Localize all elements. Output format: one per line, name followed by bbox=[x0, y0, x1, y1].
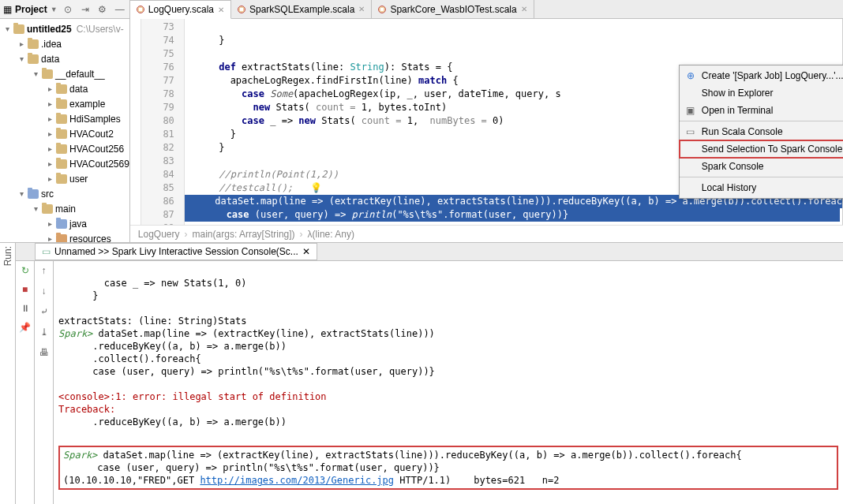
bulb-icon[interactable]: 💡 bbox=[310, 182, 322, 193]
editor-tab[interactable]: LogQuery.scala✕ bbox=[130, 0, 231, 19]
menu-create-spark-job[interactable]: ⊕ Create '[Spark Job] LogQuery...'... bbox=[680, 67, 843, 84]
chevron-right-icon[interactable] bbox=[46, 129, 54, 138]
chevron-right-icon[interactable] bbox=[46, 159, 54, 168]
globe-icon: ⊕ bbox=[684, 70, 697, 81]
console-icon: ▭ bbox=[684, 126, 697, 137]
run-tab-unnamed[interactable]: ▭ Unnamed >> Spark Livy Interactive Sess… bbox=[35, 243, 317, 260]
tree-item[interactable]: HVACout2569 bbox=[0, 156, 129, 171]
chevron-down-icon[interactable] bbox=[3, 24, 11, 33]
chevron-down-icon[interactable] bbox=[32, 204, 39, 213]
tree-root[interactable]: untitled25 C:\Users\v- bbox=[0, 21, 129, 36]
tree-item[interactable]: .idea bbox=[0, 36, 129, 51]
tab-label: SparkCore_WasbIOTest.scala bbox=[390, 4, 516, 15]
editor-tabs: LogQuery.scala✕SparkSQLExample.scala✕Spa… bbox=[130, 0, 843, 19]
chevron-right-icon[interactable] bbox=[46, 84, 54, 93]
rerun-icon[interactable]: ↻ bbox=[19, 264, 32, 277]
scala-icon bbox=[137, 6, 144, 13]
line-number: 73 bbox=[141, 21, 174, 34]
chevron-right-icon[interactable] bbox=[46, 144, 54, 153]
folder-icon bbox=[56, 144, 67, 154]
run-console[interactable]: case _ => new Stats(1, 0) } extractStats… bbox=[54, 261, 843, 504]
project-icon: ▦ bbox=[3, 4, 12, 15]
scala-icon bbox=[238, 6, 245, 13]
chevron-right-icon[interactable] bbox=[46, 99, 54, 108]
menu-show-explorer[interactable]: Show in Explorer bbox=[680, 84, 843, 102]
line-number: 82 bbox=[141, 141, 174, 155]
folder-icon bbox=[56, 219, 67, 229]
close-icon[interactable]: ✕ bbox=[521, 5, 527, 13]
close-icon[interactable]: ✕ bbox=[302, 246, 310, 257]
chevron-right-icon[interactable] bbox=[46, 174, 54, 183]
folder-icon bbox=[56, 99, 67, 109]
tree-item[interactable]: java bbox=[0, 216, 129, 231]
tree-item[interactable]: HVACout256 bbox=[0, 141, 129, 156]
wrap-icon[interactable]: ⤶ bbox=[38, 305, 51, 318]
editor-pane: LogQuery.scala✕SparkSQLExample.scala✕Spa… bbox=[130, 0, 843, 242]
scala-icon bbox=[378, 6, 386, 13]
editor-tab[interactable]: SparkSQLExample.scala✕ bbox=[231, 0, 372, 18]
menu-open-terminal[interactable]: ▣ Open in Terminal bbox=[680, 102, 843, 119]
chevron-right-icon[interactable] bbox=[46, 219, 54, 228]
close-icon[interactable]: ✕ bbox=[358, 5, 365, 13]
scope-icon[interactable]: ⊙ bbox=[62, 3, 74, 16]
tree-item[interactable]: example bbox=[0, 96, 129, 111]
tree-item-label: HVACout2569 bbox=[69, 159, 129, 170]
up-icon[interactable]: ↑ bbox=[38, 264, 51, 277]
tree-item-label: .idea bbox=[41, 39, 62, 50]
crumb-item[interactable]: LogQuery bbox=[138, 229, 180, 240]
tree-item-label: src bbox=[41, 189, 54, 200]
pin-icon[interactable]: 📌 bbox=[19, 321, 32, 334]
chevron-right-icon[interactable] bbox=[17, 39, 25, 48]
chevron-down-icon[interactable] bbox=[17, 189, 25, 198]
hide-icon[interactable]: — bbox=[114, 3, 126, 16]
run-tool-label[interactable]: Run: bbox=[0, 243, 16, 504]
menu-local-history[interactable]: Local History ▸ bbox=[680, 179, 843, 196]
stop-icon[interactable]: ■ bbox=[19, 283, 32, 296]
down-icon[interactable]: ↓ bbox=[38, 285, 51, 297]
chevron-down-icon[interactable] bbox=[32, 69, 39, 78]
folder-icon bbox=[28, 39, 39, 49]
collapse-icon[interactable]: ⇥ bbox=[79, 3, 92, 16]
menu-send-selection-spark[interactable]: Send Selection To Spark Console Ctrl+Shi… bbox=[680, 140, 843, 158]
gear-icon[interactable]: ⚙ bbox=[96, 3, 109, 16]
breadcrumb[interactable]: LogQuery › main(args: Array[String]) › λ… bbox=[130, 225, 843, 242]
line-number: 76 bbox=[141, 61, 174, 74]
crumb-item[interactable]: λ(line: Any) bbox=[308, 229, 354, 240]
tree-item[interactable]: src bbox=[0, 186, 129, 201]
console-icon: ▭ bbox=[42, 246, 51, 257]
tree-item[interactable]: data bbox=[0, 51, 129, 66]
context-menu: ⊕ Create '[Spark Job] LogQuery...'... Sh… bbox=[679, 65, 843, 199]
run-toolbar-left2: ↑ ↓ ⤶ ⤓ 🖶 bbox=[35, 261, 54, 504]
line-number: 79 bbox=[141, 101, 174, 114]
crumb-item[interactable]: main(args: Array[String]) bbox=[193, 229, 295, 240]
chevron-right-icon[interactable] bbox=[46, 234, 54, 242]
editor-tab[interactable]: SparkCore_WasbIOTest.scala✕ bbox=[372, 0, 534, 18]
project-header[interactable]: ▦ Project ▼ ⊙ ⇥ ⚙ — bbox=[0, 0, 129, 19]
tree-item[interactable]: HdiSamples bbox=[0, 111, 129, 126]
close-icon[interactable]: ✕ bbox=[218, 6, 224, 14]
chevron-down-icon[interactable] bbox=[17, 54, 25, 63]
folder-icon bbox=[28, 54, 39, 64]
line-gutter: 73747576777879808182838485868788 bbox=[141, 19, 185, 225]
project-tree[interactable]: untitled25 C:\Users\v- .ideadata__defaul… bbox=[0, 19, 129, 242]
tree-item-label: java bbox=[69, 218, 87, 230]
chevron-right-icon[interactable] bbox=[46, 114, 54, 123]
run-toolbar-left: ↻ ■ ⏸ 📌 bbox=[16, 261, 35, 504]
output-link[interactable]: http://images.com/2013/Generic.jpg bbox=[200, 475, 394, 486]
menu-run-scala-console[interactable]: ▭ Run Scala Console Ctrl+Shift+D bbox=[680, 123, 843, 140]
print-icon[interactable]: 🖶 bbox=[38, 346, 51, 359]
tree-item[interactable]: data bbox=[0, 81, 129, 96]
pause-icon[interactable]: ⏸ bbox=[19, 302, 32, 315]
tree-item[interactable]: main bbox=[0, 201, 129, 216]
chevron-right-icon: › bbox=[300, 229, 303, 240]
tree-item[interactable]: __default__ bbox=[0, 66, 129, 81]
scroll-end-icon[interactable]: ⤓ bbox=[38, 326, 51, 338]
tree-item[interactable]: user bbox=[0, 171, 129, 186]
menu-spark-console[interactable]: Spark Console ▸ bbox=[680, 158, 843, 175]
tree-item[interactable]: HVACout2 bbox=[0, 126, 129, 141]
folder-icon bbox=[13, 24, 24, 34]
project-label: Project bbox=[15, 4, 47, 15]
chevron-down-icon[interactable]: ▼ bbox=[51, 6, 58, 13]
line-number: 81 bbox=[141, 128, 174, 141]
tree-item[interactable]: resources bbox=[0, 231, 129, 242]
